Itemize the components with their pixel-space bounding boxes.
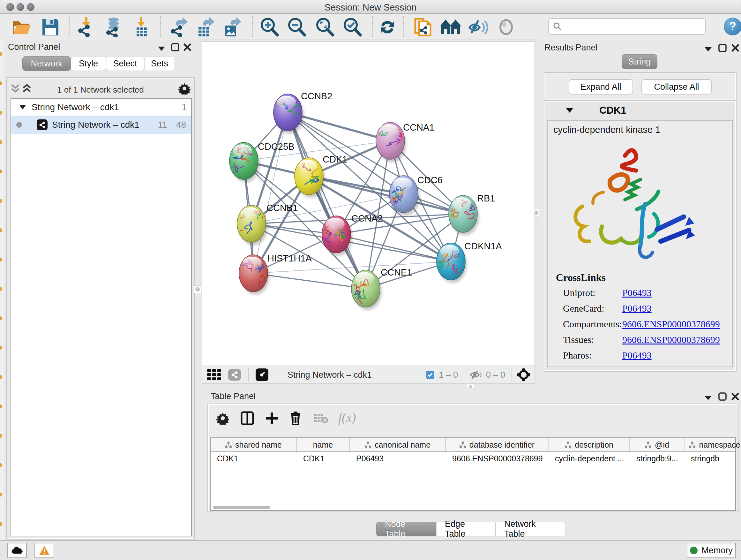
collapse-all-button[interactable]: Collapse All [642,79,712,95]
zoom-out-icon[interactable] [286,17,307,37]
panel-menu-icon[interactable] [703,46,713,52]
tab-string[interactable]: String [622,54,657,69]
checkbox-icon[interactable] [426,371,434,379]
network-node-cdc25b[interactable]: CDC25B [229,141,294,182]
network-node-rb1[interactable]: RB1 [448,193,495,235]
column-header--id[interactable]: @id [630,438,684,451]
column-header-database-identifier[interactable]: database identifier [446,438,549,451]
zoom-in-icon[interactable] [259,17,280,37]
hidden-counts: 0 – 0 [486,370,505,380]
show-eye-icon[interactable] [496,17,516,37]
network-node-cdc6[interactable]: CDC6 [389,175,443,215]
cloud-button[interactable] [7,543,27,558]
string-network-graph[interactable]: CCNB2CCNA1CDC25BCDK1CDC6RB1CCNB1CCNA2CDK… [202,42,535,366]
network-node-hist1h1a[interactable]: HIST1H1A [239,253,312,295]
import-database-icon[interactable] [104,17,124,37]
close-panel-icon[interactable] [731,392,740,401]
table-cell[interactable]: 9606.ENSP00000378699 [446,452,549,465]
help-icon[interactable]: ? [724,17,741,36]
collection-expand-icon[interactable] [19,105,26,110]
warning-button[interactable] [35,543,54,558]
node-table[interactable]: shared namenamecanonical namedatabase id… [210,437,736,511]
column-header-shared-name[interactable]: shared name [211,438,297,451]
home-icon[interactable] [441,17,461,37]
gene-collapse-icon[interactable] [565,108,574,113]
network-share-icon [37,119,48,130]
search-input[interactable] [548,18,706,35]
clone-network-share-icon[interactable] [413,17,433,37]
memory-button[interactable]: Memory [687,543,736,558]
tab-node-table[interactable]: Node Table [376,522,436,537]
shared-column-icon [689,441,696,448]
zoom-selected-icon[interactable] [342,17,362,37]
delete-column-icon[interactable] [289,411,302,426]
tab-network[interactable]: Network [22,56,71,71]
network-node-ccne1[interactable]: CCNE1 [351,267,412,310]
table-cell[interactable]: CDK1 [211,452,297,465]
horizontal-scrollbar[interactable] [213,506,270,509]
hide-eye-icon[interactable] [468,17,488,37]
protein-structure-image [566,139,700,267]
gene-section-header[interactable]: CDK1 [544,101,736,120]
close-panel-icon[interactable] [183,43,192,52]
zoom-fit-icon[interactable] [315,17,335,37]
gear-icon[interactable] [216,412,229,425]
float-panel-icon[interactable] [171,43,180,52]
refresh-icon[interactable] [377,17,398,37]
add-column-icon[interactable] [265,411,279,425]
table-cell[interactable]: cyclin-dependent ... [549,452,630,465]
table-cell[interactable]: CDK1 [297,452,350,465]
network-canvas[interactable]: CCNB2CCNA1CDC25BCDK1CDC6RB1CCNB1CCNA2CDK… [202,42,535,366]
crosshair-icon[interactable] [517,368,530,381]
gear-icon[interactable] [179,82,191,95]
hidden-eye-icon[interactable] [469,370,482,380]
node-label: CCNB2 [301,91,332,101]
collection-label: String Network – cdk1 [31,102,119,112]
network-node-cdkn1a[interactable]: CDKN1A [436,241,502,283]
tab-edge-table[interactable]: Edge Table [436,522,495,537]
export-table-icon[interactable] [195,17,216,37]
crosslink-link[interactable]: P06493 [622,350,652,361]
column-header-canonical-name[interactable]: canonical name [350,438,446,451]
vertical-splitter-handle[interactable] [194,286,201,293]
network-node-ccnb2[interactable]: CCNB2 [269,91,333,134]
save-icon[interactable] [40,17,61,37]
node-label: HIST1H1A [267,253,312,263]
column-header-namespace[interactable]: namespace [684,438,741,451]
table-cell[interactable]: stringdb [684,452,741,465]
table-cell[interactable]: stringdb:9... [630,452,684,465]
network-node-ccna2[interactable]: CCNA2 [322,213,383,256]
toolbar-separator [252,16,253,37]
tab-style[interactable]: Style [71,56,106,71]
export-network-icon[interactable] [169,17,189,37]
share-icon[interactable] [228,369,241,381]
export-image-icon[interactable] [222,17,243,37]
crosslink-link[interactable]: 9606.ENSP00000378699 [622,319,720,329]
network-row-selected[interactable]: String Network – cdk1 11 48 [11,116,191,134]
column-header-name[interactable]: name [297,438,350,451]
birdseye-icon[interactable] [256,368,268,381]
table-cell[interactable]: P06493 [350,452,446,465]
crosslink-link[interactable]: P06493 [622,303,652,314]
tab-select[interactable]: Select [106,56,144,71]
table-row[interactable]: CDK1CDK1P064939606.ENSP00000378699cyclin… [211,452,735,465]
show-columns-icon[interactable] [241,411,254,425]
float-panel-icon[interactable] [718,392,727,401]
close-panel-icon[interactable] [731,44,740,52]
panel-menu-icon[interactable] [703,395,713,401]
open-folder-icon[interactable] [11,17,32,37]
import-table-icon[interactable] [131,17,152,37]
tab-network-table[interactable]: Network Table [495,522,566,537]
expand-all-button[interactable]: Expand All [569,79,633,95]
float-panel-icon[interactable] [718,44,727,52]
grid-view-icon[interactable] [207,369,222,381]
panel-menu-icon[interactable] [157,45,166,52]
crosslink-link[interactable]: P06493 [622,287,652,298]
import-network-icon[interactable] [76,17,96,37]
memory-label: Memory [701,546,733,556]
column-header-description[interactable]: description [549,438,630,451]
network-collection-row[interactable]: String Network – cdk1 1 [11,99,191,116]
crosslink-link[interactable]: 9606.ENSP00000378699 [622,334,720,345]
tab-sets[interactable]: Sets [144,56,175,71]
network-node-ccnb1[interactable]: CCNB1 [235,203,298,245]
